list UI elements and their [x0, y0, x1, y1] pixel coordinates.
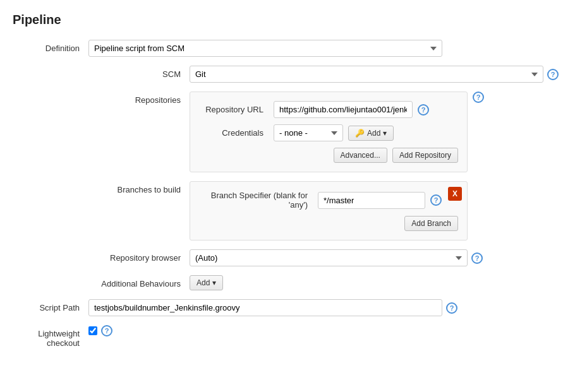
additional-behaviours-add-button[interactable]: Add ▾ — [190, 275, 223, 290]
add-chevron-icon: ▾ — [212, 278, 216, 287]
branch-specifier-help-icon[interactable]: ? — [430, 194, 442, 206]
credentials-add-label: Add — [367, 129, 380, 138]
lightweight-checkout-help-icon[interactable]: ? — [101, 325, 112, 336]
script-path-row: Script Path ? — [13, 299, 574, 316]
branches-content: X Branch Specifier (blank for 'any') ? A… — [190, 181, 468, 241]
scm-row: SCM Git None ? — [13, 66, 574, 83]
script-path-help-icon[interactable]: ? — [446, 302, 457, 314]
lightweight-checkout-control: ? — [88, 325, 574, 336]
branch-specifier-label: Branch Specifier (blank for 'any') — [199, 191, 313, 210]
branch-specifier-input[interactable] — [318, 192, 425, 209]
branch-specifier-row: Branch Specifier (blank for 'any') ? — [199, 191, 458, 210]
definition-row: Definition Pipeline script from SCM — [13, 40, 574, 57]
repo-url-label: Repository URL — [199, 105, 269, 114]
repo-browser-help-icon[interactable]: ? — [471, 252, 483, 264]
scm-control: Git None ? — [190, 66, 574, 83]
repositories-label: Repositories — [88, 92, 190, 105]
credentials-add-arrow: ▾ — [383, 129, 387, 138]
lightweight-checkout-row: Lightweight checkout ? — [13, 325, 574, 348]
script-path-label: Script Path — [13, 299, 88, 312]
script-path-input[interactable] — [88, 299, 442, 316]
repo-actions: Advanced... Add Repository — [199, 148, 458, 163]
repositories-box: Repository URL ? Credentials - none - 🔑 … — [190, 92, 468, 172]
add-branch-actions: Add Branch — [199, 216, 458, 231]
definition-label: Definition — [13, 40, 88, 53]
branches-row: Branches to build X Branch Specifier (bl… — [13, 181, 574, 241]
repo-browser-select[interactable]: (Auto) — [190, 249, 468, 266]
credentials-row: Credentials - none - 🔑 Add ▾ — [199, 124, 458, 141]
repo-browser-row: Repository browser (Auto) ? — [13, 249, 574, 266]
page-title: Pipeline — [13, 13, 574, 27]
repositories-content: Repository URL ? Credentials - none - 🔑 … — [190, 92, 484, 172]
repo-url-row: Repository URL ? — [199, 101, 458, 118]
additional-behaviours-label: Additional Behaviours — [88, 275, 190, 288]
branches-box: X Branch Specifier (blank for 'any') ? A… — [190, 181, 468, 241]
repo-url-input[interactable] — [274, 101, 413, 118]
credentials-add-button[interactable]: 🔑 Add ▾ — [348, 126, 394, 141]
repo-url-help-icon[interactable]: ? — [418, 104, 429, 116]
repositories-help-icon[interactable]: ? — [473, 92, 484, 103]
repositories-row: Repositories Repository URL ? Credential… — [13, 92, 574, 172]
additional-behaviours-row: Additional Behaviours Add ▾ — [13, 275, 574, 290]
repo-browser-label: Repository browser — [88, 249, 190, 263]
definition-control: Pipeline script from SCM — [88, 40, 574, 57]
scm-select[interactable]: Git None — [190, 66, 543, 83]
branches-label: Branches to build — [88, 181, 190, 194]
scm-label: SCM — [88, 66, 190, 79]
lightweight-checkout-label: Lightweight checkout — [13, 325, 88, 348]
repo-browser-control: (Auto) ? — [190, 249, 574, 266]
key-icon: 🔑 — [355, 129, 365, 138]
additional-behaviours-control: Add ▾ — [190, 275, 574, 290]
delete-branch-button[interactable]: X — [448, 187, 462, 201]
add-repository-button[interactable]: Add Repository — [392, 148, 458, 163]
add-label: Add — [197, 278, 210, 287]
definition-select[interactable]: Pipeline script from SCM — [88, 40, 442, 57]
credentials-select[interactable]: - none - — [274, 124, 343, 141]
lightweight-checkbox-wrap — [88, 326, 97, 335]
lightweight-checkout-checkbox[interactable] — [88, 326, 97, 335]
add-branch-button[interactable]: Add Branch — [404, 216, 458, 231]
scm-help-icon[interactable]: ? — [547, 69, 559, 80]
script-path-control: ? — [88, 299, 574, 316]
advanced-button[interactable]: Advanced... — [334, 148, 387, 163]
credentials-label: Credentials — [199, 128, 269, 138]
